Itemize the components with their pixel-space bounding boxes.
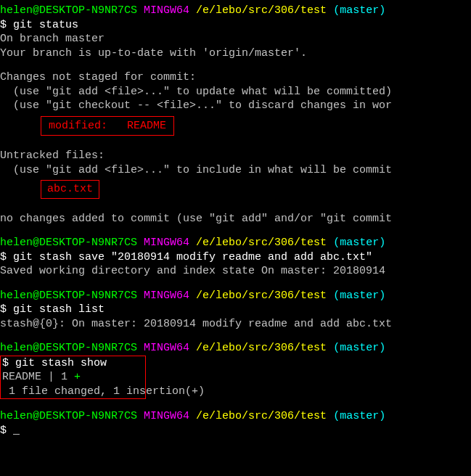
stash-show-box: $ git stash show README | 1 + 1 file cha… (0, 356, 146, 400)
cmd-line-3[interactable]: $ git stash list (0, 303, 471, 317)
status-nochanges: no changes added to commit (use "git add… (0, 212, 471, 226)
prompt-line-2: helen@DESKTOP-N9NR7CS MINGW64 /e/lebo/sr… (0, 236, 471, 250)
stash-show-readme: README | 1 + (2, 370, 144, 385)
cmd-line-4[interactable]: $ git stash show (2, 356, 144, 371)
status-hint-add: (use "git add <file>..." to update what … (0, 85, 471, 99)
prompt-line-5: helen@DESKTOP-N9NR7CS MINGW64 /e/lebo/sr… (0, 409, 471, 424)
prompt-line-1: helen@DESKTOP-N9NR7CS MINGW64 /e/lebo/sr… (0, 4, 471, 18)
stash-save-output: Saved working directory and index state … (0, 264, 471, 279)
status-hint-include: (use "git add <file>..." to include in w… (0, 163, 471, 178)
cmd-line-5[interactable]: $ _ (0, 424, 471, 438)
prompt-line-3: helen@DESKTOP-N9NR7CS MINGW64 /e/lebo/sr… (0, 289, 471, 303)
stash-show-summary: 1 file changed, 1 insertion(+) (2, 385, 263, 399)
untracked-file-box: abc.txt (41, 180, 99, 199)
cmd-line-1[interactable]: $ git status (0, 18, 471, 33)
cmd-line-2[interactable]: $ git stash save "20180914 modify readme… (0, 250, 471, 265)
prompt-line-4: helen@DESKTOP-N9NR7CS MINGW64 /e/lebo/sr… (0, 341, 471, 356)
modified-file-box: modified: README (41, 116, 174, 136)
status-hint-checkout: (use "git checkout -- <file>..." to disc… (0, 99, 471, 113)
status-branch: On branch master (0, 32, 471, 46)
status-untracked-header: Untracked files: (0, 149, 471, 163)
stash-list-output: stash@{0}: On master: 20180914 modify re… (0, 317, 471, 332)
status-notstaged-header: Changes not staged for commit: (0, 70, 471, 85)
status-uptodate: Your branch is up-to-date with 'origin/m… (0, 46, 471, 61)
